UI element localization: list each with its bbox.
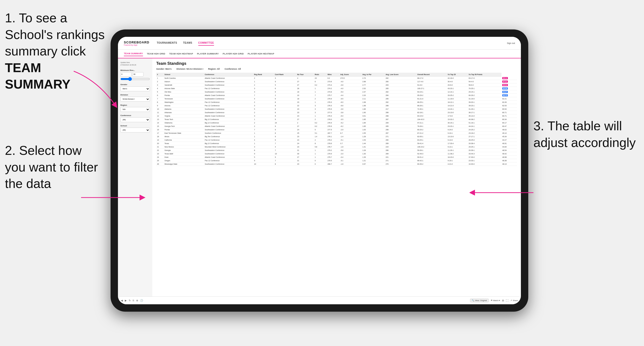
col-rank: # (156, 73, 164, 77)
col-vs-top25: Vs Top 25 (447, 73, 468, 77)
table-row: 3VanderbiltSoutheastern Conference25276.… (156, 83, 517, 87)
col-avg-par: Avg. to Par (362, 73, 385, 77)
instruction-3: 3. The table will adjust accordingly (534, 118, 637, 151)
table-row: 12VirginiaAtlantic Coast Conference38241… (156, 114, 517, 118)
view-original-button[interactable]: 🔍 View: Original (470, 299, 488, 302)
col-vs-top50: Vs Top 50 Points (468, 73, 502, 77)
table-row: 4Arizona StatePac-12 Conference36261274.… (156, 87, 517, 90)
col-overall: Overall Record (416, 73, 447, 77)
filter-region: Region N/A All (120, 104, 150, 112)
filter-school: School (All) (120, 125, 150, 133)
col-school: School (164, 73, 204, 77)
sub-nav-player-summary[interactable]: PLAYER SUMMARY (197, 51, 219, 56)
table-row: 20TexasBig 12 Conference17248278.60.71.4… (156, 142, 517, 145)
filter-conference: Conference (All) (120, 114, 150, 122)
division-select[interactable]: NCAA Division I NCAA Division II (120, 97, 150, 102)
share-button[interactable]: ↗ Share (510, 299, 518, 302)
table-row: 5Ole MissSoutheastern Conference36181274… (156, 90, 517, 94)
table-row: 11ArkansasSoutheastern Conference2823327… (156, 111, 517, 114)
table-row: 10AlabamaSoutheastern Conference58233276… (156, 108, 517, 111)
sign-out-link[interactable]: Sign out (507, 42, 515, 44)
sub-nav-player-h2h-heatmap[interactable]: PLAYER H2H HEATMAP (248, 51, 274, 56)
table-row: 19CaliforniaPac-12 Conference48242278.2-… (156, 138, 517, 142)
table-header-row: # School Conference Reg Rank Conf Rank N… (156, 73, 517, 77)
table-row: 1North CarolinaAtlantic Coast Conference… (156, 77, 517, 80)
table-row: 23Texas A&MSoutheastern Conference910301… (156, 152, 517, 156)
max-rank-input[interactable] (132, 72, 144, 77)
copy-icon[interactable]: ⎘ (133, 299, 134, 302)
add-icon[interactable]: ⊕ (136, 299, 138, 302)
sub-nav-team-summary[interactable]: TEAM SUMMARY (124, 51, 143, 56)
table-row: 6FloridaAtlantic Coast Conference7210727… (156, 94, 517, 97)
instruction-2: 2. Select how you want to filter the dat… (5, 142, 98, 192)
watch-button[interactable]: 👁 Watch ▾ (491, 299, 500, 302)
nav-bar: SCOREBOARD Powered by clippi TOURNAMENTS… (118, 37, 521, 50)
fullscreen-icon[interactable]: ⛶ (506, 299, 508, 302)
sub-nav: TEAM SUMMARY TEAM H2H GRID TEAM H2H HEAT… (118, 50, 521, 58)
panel-title: Team Standings (156, 61, 517, 66)
col-avg-low: Avg. Low Score (385, 73, 417, 77)
nav-links: TOURNAMENTS TEAMS COMMITTEE (157, 40, 507, 46)
gender-select[interactable]: Men's Women's (120, 86, 150, 91)
sub-nav-team-h2h-heatmap[interactable]: TEAM H2H HEATMAP (169, 51, 193, 56)
tablet-frame: SCOREBOARD Powered by clippi TOURNAMENTS… (110, 29, 528, 312)
logo-text: SCOREBOARD (124, 40, 150, 44)
standings-table: # School Conference Reg Rank Conf Rank N… (156, 73, 517, 166)
data-panel: Team Standings Gender: Men's Division: N… (152, 58, 521, 296)
back-icon[interactable]: ◀ (121, 299, 123, 302)
table-row: 26Mississippi StateSoutheastern Conferen… (156, 163, 517, 166)
col-conf-rank: Conf Rank (274, 73, 296, 77)
grid-icon[interactable]: ⊞ (502, 299, 504, 302)
region-select[interactable]: N/A All (120, 107, 150, 112)
nav-link-committee[interactable]: COMMITTEE (198, 40, 214, 46)
logo-area: SCOREBOARD Powered by clippi (124, 40, 150, 46)
refresh-icon[interactable]: ↻ (129, 299, 131, 302)
filter-division: Division NCAA Division I NCAA Division I… (120, 94, 150, 102)
table-row: 14OklahomaBig 12 Conference22426.2276.9-… (156, 121, 517, 125)
rank-slider[interactable] (120, 78, 150, 80)
col-conference: Conference (204, 73, 253, 77)
filter-min-rank: Minimum Rou... (120, 69, 150, 81)
col-reg-rank: Reg Rank (253, 73, 274, 77)
arrow-1-icon (59, 66, 123, 110)
table-row: 2AuburnSoutheastern Conference19276273.6… (156, 80, 517, 83)
sub-nav-team-h2h-grid[interactable]: TEAM H2H GRID (147, 51, 165, 56)
table-row: 18IllinoisBig Ten Conference19231.4276.1… (156, 135, 517, 138)
table-row: 15Georgia TechAtlantic Coast Conference2… (156, 125, 517, 128)
table-row: 9ArizonaPac-12 Conference38223276.3-6.61… (156, 104, 517, 108)
table-row: 22GeorgiaSoutheastern Conference87211279… (156, 149, 517, 152)
col-rnds: Rnds (314, 73, 327, 77)
tablet-screen: SCOREBOARD Powered by clippi TOURNAMENTS… (118, 37, 521, 304)
table-row: 13Texas TechBig 12 Conference19272276.0-… (156, 118, 517, 121)
sidebar: Update time: 27/03/2024 16:56:26 Minimum… (118, 58, 152, 296)
table-row: 7TennesseeSoutheastern Conference4618227… (156, 97, 517, 101)
school-select[interactable]: (All) (120, 128, 150, 133)
clock-icon[interactable]: 🕐 (140, 299, 143, 302)
bottom-toolbar: ◀ ▶ ↻ ⎘ ⊕ 🕐 🔍 View: Original 👁 Watch ▾ ⊞… (118, 296, 521, 304)
table-row: 16FloridaSoutheastern Conference79245277… (156, 128, 517, 132)
forward-icon[interactable]: ▶ (125, 299, 127, 302)
table-row: 8WashingtonPac-12 Conference28231276.3-6… (156, 101, 517, 104)
col-no-tour: No Tour (296, 73, 314, 77)
nav-link-tournaments[interactable]: TOURNAMENTS (157, 40, 177, 46)
col-adj-score: Adj. Score (340, 73, 362, 77)
main-content: Update time: 27/03/2024 16:56:26 Minimum… (118, 58, 521, 296)
update-time: Update time: 27/03/2024 16:56:26 (120, 61, 150, 66)
logo-sub: Powered by clippi (124, 44, 150, 46)
nav-link-teams[interactable]: TEAMS (183, 40, 192, 46)
col-wins: Wins (327, 73, 340, 77)
arrow-2-icon (76, 189, 150, 206)
table-row: 17East Tennessee StateSouthern Conferenc… (156, 132, 517, 135)
arrow-3-icon (470, 184, 538, 201)
table-row: 21New MexicoMountain West Conference3423… (156, 145, 517, 149)
table-row: 25OregonPac-12 Conference97210279.5-3.11… (156, 159, 517, 163)
sub-nav-player-h2h-grid[interactable]: PLAYER H2H GRID (222, 51, 244, 56)
table-row: 24DukeAtlantic Coast Conference59271279.… (156, 156, 517, 159)
conference-select[interactable]: (All) (120, 117, 150, 122)
filter-gender: Gender Men's Women's (120, 83, 150, 91)
filter-row-top: Gender: Men's Division: NCAA Division I … (156, 68, 517, 70)
